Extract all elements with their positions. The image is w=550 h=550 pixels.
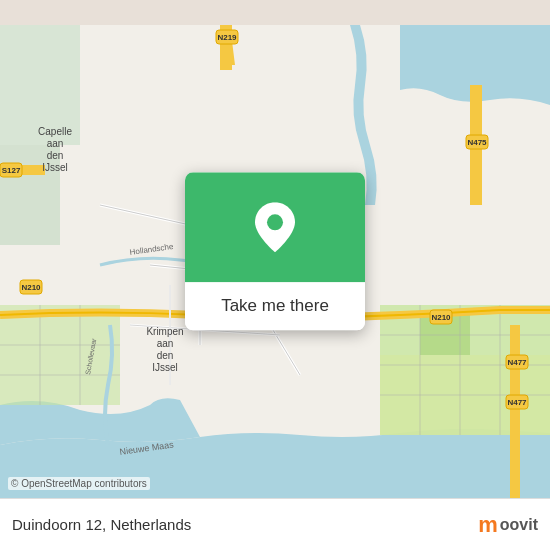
moovit-logo: m oovit	[478, 512, 538, 538]
card-green-area	[185, 172, 365, 282]
svg-text:aan: aan	[47, 138, 64, 149]
svg-text:N210: N210	[431, 313, 451, 322]
svg-text:N475: N475	[467, 138, 487, 147]
svg-text:N219: N219	[217, 33, 237, 42]
svg-text:S127: S127	[2, 166, 21, 175]
take-me-there-card: Take me there	[185, 172, 365, 330]
svg-text:den: den	[47, 150, 64, 161]
svg-rect-19	[510, 325, 520, 505]
svg-text:N477: N477	[507, 398, 527, 407]
location-pin-icon	[255, 202, 295, 252]
copyright-text: © OpenStreetMap contributors	[8, 477, 150, 490]
take-me-there-button[interactable]: Take me there	[185, 282, 365, 330]
address-label: Duindoorn 12, Netherlands	[12, 516, 191, 533]
svg-text:den: den	[157, 350, 174, 361]
svg-text:aan: aan	[157, 338, 174, 349]
moovit-m-letter: m	[478, 512, 498, 538]
map-container: N219 N475 N210 N210 N477 N477 S127 N210 …	[0, 0, 550, 550]
svg-text:N210: N210	[21, 283, 41, 292]
svg-point-60	[267, 214, 283, 230]
svg-text:IJssel: IJssel	[152, 362, 178, 373]
svg-text:Capelle: Capelle	[38, 126, 72, 137]
svg-text:IJssel: IJssel	[42, 162, 68, 173]
svg-text:Krimpen: Krimpen	[146, 326, 183, 337]
svg-rect-12	[0, 305, 120, 405]
svg-text:N477: N477	[507, 358, 527, 367]
bottom-bar: Duindoorn 12, Netherlands m oovit	[0, 498, 550, 550]
moovit-rest-text: oovit	[500, 516, 538, 534]
